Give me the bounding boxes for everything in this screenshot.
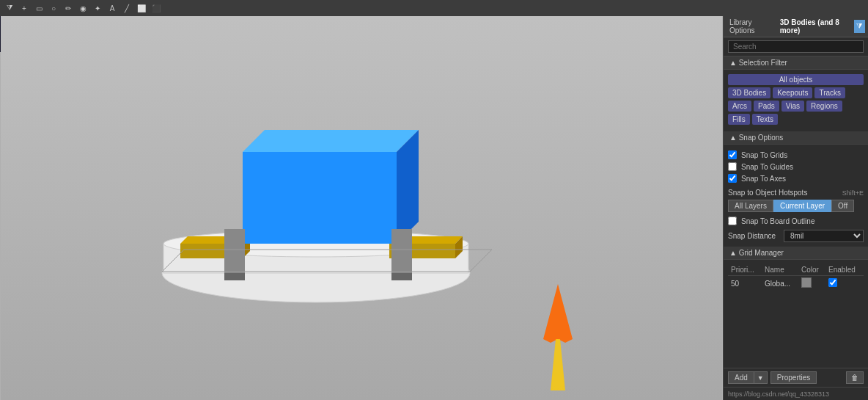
fills-button[interactable]: Fills: [728, 114, 750, 125]
svg-rect-15: [391, 229, 412, 273]
filter-row-2: Arcs Pads Vias Regions: [728, 101, 864, 112]
selection-filter-title: ▲ Selection Filter: [729, 59, 787, 67]
hotspots-label: Snap to Object Hotspots: [728, 189, 839, 197]
panel-bottom: Add ▼ Properties 🗑: [724, 368, 868, 387]
col-name: Name: [762, 264, 798, 276]
snap-options-section: ▲ Snap Options Snap To Grids Snap To Gui…: [724, 131, 868, 247]
line-icon[interactable]: ╱: [120, 1, 133, 15]
text-icon[interactable]: A: [106, 1, 119, 15]
snap-btn-group: All Layers Current Layer Off: [728, 200, 864, 212]
grid-enabled-cell: [825, 276, 864, 291]
snap-distance-label: Snap Distance: [728, 232, 779, 240]
snap-board-outline-checkbox[interactable]: [728, 217, 737, 225]
svg-rect-14: [224, 273, 245, 280]
snap-to-grids-row: Snap To Grids: [728, 149, 864, 161]
rect-outline-icon[interactable]: ⬜: [135, 1, 148, 15]
add-btn-group: Add ▼: [728, 371, 768, 384]
grid-table: Priori... Name Color Enabled 50 Globa...: [728, 264, 864, 291]
star-icon[interactable]: ✦: [91, 1, 104, 15]
svg-rect-16: [391, 273, 412, 280]
panel-tabs: Library Options 3D Bodies (and 8 more) ⧩: [724, 16, 868, 37]
delete-button[interactable]: 🗑: [846, 371, 864, 384]
selection-filter-section: ▲ Selection Filter All objects 3D Bodies…: [724, 57, 868, 131]
add-button[interactable]: Add: [728, 371, 754, 384]
snap-to-guides-checkbox[interactable]: [728, 162, 737, 171]
circle-select-icon[interactable]: ○: [47, 1, 60, 15]
all-layers-btn[interactable]: All Layers: [728, 200, 773, 212]
snap-to-grids-label: Snap To Grids: [741, 151, 787, 159]
snap-to-axes-label: Snap To Axes: [741, 175, 786, 183]
grid-manager-header[interactable]: ▲ Grid Manager: [724, 247, 868, 260]
snap-to-axes-checkbox[interactable]: [728, 174, 737, 183]
panel-filter-button[interactable]: ⧩: [854, 20, 865, 33]
grid-manager-section: ▲ Grid Manager Priori... Name Color Enab…: [724, 247, 868, 295]
svg-rect-13: [224, 229, 245, 273]
keepouts-button[interactable]: Keepouts: [773, 87, 812, 98]
add-dropdown-button[interactable]: ▼: [754, 371, 768, 384]
filter-row-3: Fills Texts: [728, 114, 864, 125]
snap-options-title: ▲ Snap Options: [729, 134, 783, 142]
tab-3d-bodies[interactable]: 3D Bodies (and 8 more): [777, 18, 851, 35]
current-layer-btn[interactable]: Current Layer: [773, 200, 831, 212]
properties-button[interactable]: Properties: [770, 371, 817, 384]
canvas-area[interactable]: x: 55.000 dx: 60.000 mil y: -115.000 dy:…: [0, 16, 723, 400]
main-toolbar: ⧩ + ▭ ○ ✏ ◉ ✦ A ╱ ⬜ ⬛: [0, 0, 868, 16]
snap-options-header[interactable]: ▲ Snap Options: [724, 131, 868, 145]
url-text: https://blog.csdn.net/qq_43328313: [728, 390, 829, 398]
url-bar: https://blog.csdn.net/qq_43328313: [724, 387, 868, 400]
tracks-button[interactable]: Tracks: [814, 87, 845, 98]
hotspot-row: Snap to Object Hotspots Shift+E: [728, 189, 864, 197]
filter-row-1: 3D Bodies Keepouts Tracks: [728, 87, 864, 98]
snap-options-body: Snap To Grids Snap To Guides Snap To Axe…: [724, 145, 868, 247]
col-color: Color: [798, 264, 825, 276]
add-icon[interactable]: +: [18, 1, 31, 15]
snap-distance-row: Snap Distance 1mil 2mil 4mil 5mil 8mil 1…: [728, 230, 864, 242]
pads-button[interactable]: Pads: [754, 101, 779, 112]
all-objects-row: All objects: [728, 74, 864, 85]
grid-row: 50 Globa...: [728, 276, 864, 291]
snap-distance-select[interactable]: 1mil 2mil 4mil 5mil 8mil 10mil 20mil: [784, 230, 864, 242]
grid-manager-body: Priori... Name Color Enabled 50 Globa...: [724, 260, 868, 295]
all-objects-button[interactable]: All objects: [728, 74, 864, 85]
grid-priority: 50: [728, 276, 762, 291]
right-panel: Library Options 3D Bodies (and 8 more) ⧩…: [723, 16, 868, 400]
hotspot-shortcut: Shift+E: [842, 189, 864, 197]
grid-color-cell: [798, 276, 825, 291]
grid-name: Globa...: [762, 276, 798, 291]
rect-filled-icon[interactable]: ⬛: [150, 1, 163, 15]
snap-to-axes-row: Snap To Axes: [728, 172, 864, 184]
grid-manager-title: ▲ Grid Manager: [729, 249, 784, 257]
3d-scene: [0, 16, 723, 400]
grid-enabled-checkbox[interactable]: [828, 278, 837, 287]
regions-button[interactable]: Regions: [806, 101, 842, 112]
snap-to-grids-checkbox[interactable]: [728, 150, 737, 159]
search-input[interactable]: [728, 40, 864, 53]
rect-select-icon[interactable]: ▭: [32, 1, 45, 15]
grid-table-header: Priori... Name Color Enabled: [728, 264, 864, 276]
selection-filter-header[interactable]: ▲ Selection Filter: [724, 57, 868, 70]
snap-board-outline-label: Snap To Board Outline: [741, 217, 814, 225]
snap-to-guides-row: Snap To Guides: [728, 161, 864, 172]
snap-board-outline-row: Snap To Board Outline: [728, 215, 864, 227]
main-area: x: 55.000 dx: 60.000 mil y: -115.000 dy:…: [0, 16, 868, 400]
arcs-button[interactable]: Arcs: [728, 101, 751, 112]
pencil-icon[interactable]: ✏: [62, 1, 75, 15]
svg-marker-11: [243, 130, 419, 152]
grid-color-swatch[interactable]: [801, 277, 812, 288]
tab-library-options[interactable]: Library Options: [727, 18, 774, 35]
panel-spacer: [724, 295, 868, 368]
col-priority: Priori...: [728, 264, 762, 276]
svg-rect-10: [243, 152, 397, 244]
filter-icon[interactable]: ⧩: [3, 1, 16, 15]
circle-icon[interactable]: ◉: [76, 1, 89, 15]
search-container: [724, 37, 868, 57]
texts-button[interactable]: Texts: [752, 114, 778, 125]
3d-bodies-button[interactable]: 3D Bodies: [728, 87, 770, 98]
selection-filter-body: All objects 3D Bodies Keepouts Tracks Ar…: [724, 70, 868, 131]
col-enabled: Enabled: [825, 264, 864, 276]
off-btn[interactable]: Off: [831, 200, 854, 212]
vias-button[interactable]: Vias: [781, 101, 804, 112]
snap-to-guides-label: Snap To Guides: [741, 163, 793, 171]
